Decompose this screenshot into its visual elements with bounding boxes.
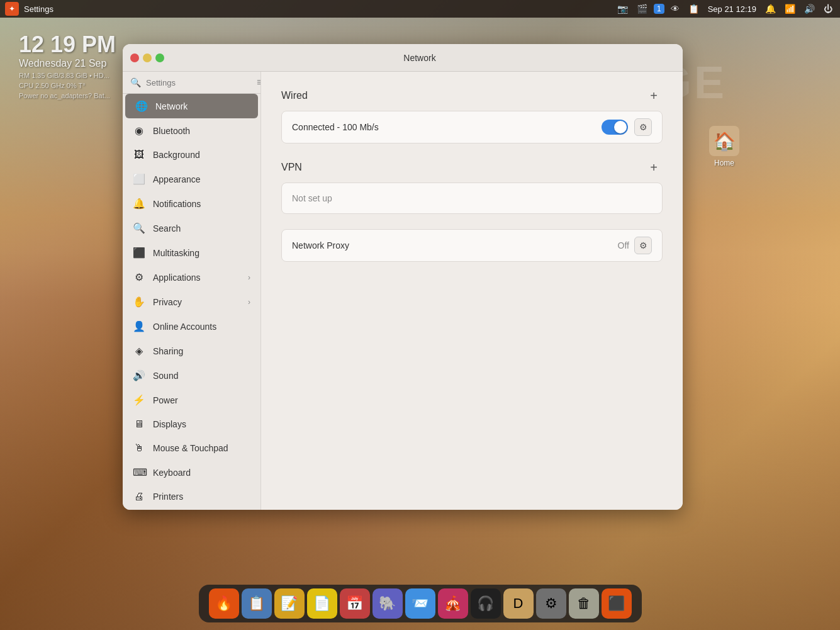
maximize-button[interactable]: [155, 53, 164, 62]
window-controls: [130, 53, 164, 62]
sidebar-item-printers[interactable]: 🖨 Printers: [123, 485, 260, 509]
multitasking-icon: ⬛: [133, 247, 145, 259]
proxy-settings-button[interactable]: ⚙: [634, 237, 652, 254]
sidebar-item-keyboard[interactable]: ⌨ Keyboard: [123, 460, 260, 485]
privacy-icon: ✋: [133, 296, 145, 308]
keyboard-icon: ⌨: [133, 466, 145, 478]
proxy-section: Network Proxy Off ⚙: [281, 229, 663, 262]
close-button[interactable]: [130, 53, 139, 62]
sidebar-item-notifications[interactable]: 🔔 Notifications: [123, 191, 260, 216]
sound-icon: 🔊: [133, 369, 145, 381]
wired-toggle[interactable]: [602, 120, 628, 135]
taskbar: 🔥📋📝📄📅🐘📨🎪🎧D⚙🗑⬛: [199, 585, 642, 622]
proxy-row: Network Proxy Off ⚙: [281, 229, 663, 262]
screenshot-icon[interactable]: 📷: [615, 3, 630, 15]
taskbar-files-icon[interactable]: 📋: [242, 588, 272, 619]
desktop-time: 12 19 PM: [19, 31, 116, 58]
sidebar-search-bar: 🔍 ≡: [123, 72, 260, 94]
sidebar-item-label-appearance: Appearance: [153, 174, 250, 184]
sidebar-item-multitasking[interactable]: ⬛ Multitasking: [123, 240, 260, 265]
sidebar-item-label-notifications: Notifications: [153, 199, 250, 209]
wired-connection-row: Connected - 100 Mb/s ⚙: [281, 111, 663, 143]
vpn-add-button[interactable]: +: [645, 159, 663, 176]
vpn-section: VPN + Not set up: [281, 159, 663, 214]
taskbar-apps-icon[interactable]: 🎪: [438, 588, 468, 619]
hamburger-menu-icon[interactable]: ≡: [257, 77, 261, 88]
notification-icon[interactable]: 🔔: [763, 3, 778, 15]
home-label: Home: [714, 159, 734, 167]
background-icon: 🖼: [133, 149, 145, 160]
taskbar-mastodon-icon[interactable]: 🐘: [372, 588, 403, 619]
desktop-info1: RM 1.35 GiB/3.83 GiB • HD...: [19, 72, 116, 79]
sidebar-item-label-applications: Applications: [153, 273, 240, 283]
sidebar-item-sharing[interactable]: ◈ Sharing: [123, 339, 260, 363]
sidebar-item-label-search: Search: [153, 223, 250, 233]
window-body: 🔍 ≡ 🌐 Network ◉ Bluetooth 🖼 Background ⬜…: [123, 72, 683, 510]
taskbar-icons-container: 🔥📋📝📄📅🐘📨🎪🎧D⚙🗑⬛: [209, 588, 632, 619]
sidebar-item-label-keyboard: Keyboard: [153, 468, 250, 478]
network-icon[interactable]: 📶: [782, 3, 798, 15]
settings-window: Network 🔍 ≡ 🌐 Network ◉ Bluetooth 🖼 Back…: [123, 44, 683, 510]
sidebar-item-bluetooth[interactable]: ◉ Bluetooth: [123, 118, 260, 143]
titlebar: Network: [123, 44, 683, 72]
sidebar-item-label-displays: Displays: [153, 419, 250, 429]
minimize-button[interactable]: [143, 53, 152, 62]
sidebar-item-sound[interactable]: 🔊 Sound: [123, 363, 260, 388]
wired-add-button[interactable]: +: [645, 87, 663, 104]
sidebar-item-displays[interactable]: 🖥 Displays: [123, 412, 260, 436]
taskbar-terminal-icon[interactable]: D: [503, 588, 534, 619]
connection-actions: ⚙: [602, 118, 652, 136]
taskbar-appgrid-icon[interactable]: ⬛: [602, 588, 632, 619]
wired-settings-button[interactable]: ⚙: [634, 118, 652, 136]
sidebar-item-applications[interactable]: ⚙ Applications ›: [123, 265, 260, 290]
accessibility-icon[interactable]: 👁: [668, 3, 682, 15]
sidebar: 🔍 ≡ 🌐 Network ◉ Bluetooth 🖼 Background ⬜…: [123, 72, 261, 510]
taskbar-beats-icon[interactable]: 🎧: [471, 588, 501, 619]
taskbar-notes-icon[interactable]: 📝: [274, 588, 305, 619]
wired-section: Wired + Connected - 100 Mb/s ⚙: [281, 87, 663, 143]
main-content: Wired + Connected - 100 Mb/s ⚙: [261, 72, 683, 510]
notifications-icon: 🔔: [133, 198, 145, 210]
top-panel: ✦ Settings 📷 🎬 1 👁 📋 Sep 21 12:19 🔔 📶 🔊 …: [0, 0, 840, 18]
home-icon-widget[interactable]: 🏠 Home: [709, 126, 739, 167]
sidebar-item-mouse-touchpad[interactable]: 🖱 Mouse & Touchpad: [123, 436, 260, 460]
sidebar-item-network[interactable]: 🌐 Network: [125, 94, 258, 118]
clipboard-icon[interactable]: 📋: [686, 3, 702, 15]
panel-left: ✦ Settings: [5, 2, 53, 16]
sidebar-item-label-network: Network: [155, 101, 248, 111]
vpn-title: VPN: [281, 162, 302, 173]
sidebar-item-label-sound: Sound: [153, 371, 250, 381]
sidebar-item-search[interactable]: 🔍 Search: [123, 216, 260, 240]
taskbar-trash-icon[interactable]: 🗑: [569, 588, 599, 619]
power-icon: ⚡: [133, 394, 145, 406]
power-icon[interactable]: ⏻: [821, 3, 835, 15]
taskbar-mail-icon[interactable]: 📨: [405, 588, 435, 619]
desktop: ✦ Settings 📷 🎬 1 👁 📋 Sep 21 12:19 🔔 📶 🔊 …: [0, 0, 840, 630]
taskbar-calendar-icon[interactable]: 📅: [340, 588, 370, 619]
badge-icon[interactable]: 1: [654, 4, 664, 14]
screencast-icon[interactable]: 🎬: [634, 3, 650, 15]
sidebar-item-label-power: Power: [153, 395, 250, 405]
proxy-label: Network Proxy: [292, 240, 618, 250]
sidebar-item-appearance[interactable]: ⬜ Appearance: [123, 167, 260, 191]
activities-button[interactable]: ✦: [5, 2, 19, 16]
wired-section-header: Wired +: [281, 87, 663, 104]
window-title: Network: [164, 53, 675, 63]
sidebar-item-background[interactable]: 🖼 Background: [123, 143, 260, 167]
sidebar-item-online-accounts[interactable]: 👤 Online Accounts: [123, 314, 260, 339]
sidebar-item-label-printers: Printers: [153, 492, 250, 502]
taskbar-systemsettings-icon[interactable]: ⚙: [536, 588, 566, 619]
search-input[interactable]: [146, 78, 252, 87]
sidebar-item-power[interactable]: ⚡ Power: [123, 388, 260, 412]
sidebar-item-privacy[interactable]: ✋ Privacy ›: [123, 290, 260, 314]
online-accounts-icon: 👤: [133, 320, 145, 332]
taskbar-firefox-icon[interactable]: 🔥: [209, 588, 239, 619]
sidebar-item-label-background: Background: [153, 150, 250, 160]
vpn-not-setup-label: Not set up: [292, 193, 332, 203]
desktop-info3: Power no ac_adapters? Bat...: [19, 92, 116, 99]
volume-icon[interactable]: 🔊: [802, 3, 817, 15]
taskbar-sticky-icon[interactable]: 📄: [307, 588, 337, 619]
desktop-date: Wednesday 21 Sep: [19, 58, 116, 69]
applications-icon: ⚙: [133, 271, 145, 283]
sidebar-item-label-online-accounts: Online Accounts: [153, 322, 250, 332]
